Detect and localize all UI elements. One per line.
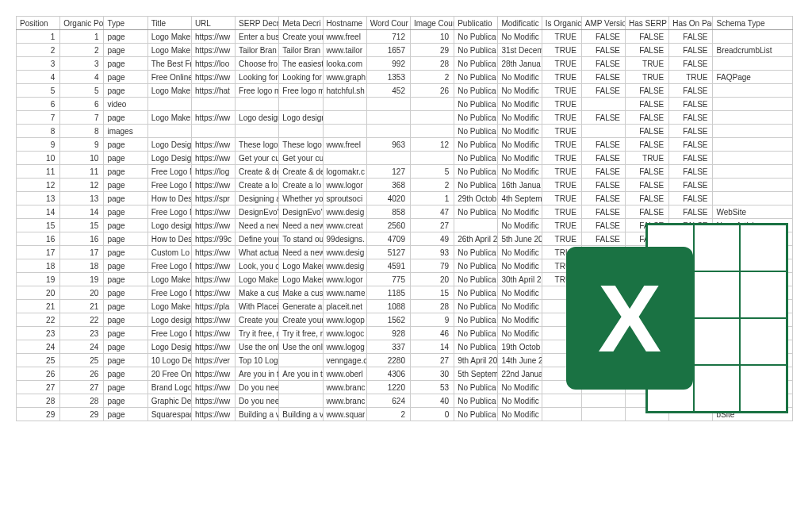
cell-position[interactable]: 8 [17, 125, 60, 138]
header-schema[interactable]: Schema Type [713, 17, 793, 30]
cell-title[interactable]: Logo Maker [147, 44, 191, 57]
cell-schema[interactable] [713, 152, 793, 165]
cell-organic[interactable]: 20 [60, 286, 104, 300]
table-row[interactable]: 66videoNo PublicaNo ModificTRUEFALSEFALS… [17, 98, 793, 111]
cell-imagecount[interactable]: 10 [410, 30, 454, 44]
cell-meta[interactable]: Are you in t [279, 367, 323, 381]
cell-serp[interactable]: Create your [236, 313, 279, 327]
cell-title[interactable]: Free Logo M [147, 179, 191, 192]
cell-hasonpage[interactable]: FALSE [669, 179, 713, 192]
cell-hostname[interactable]: www.creat [323, 219, 366, 232]
cell-serp[interactable]: Enter a bus [236, 30, 279, 44]
cell-amp[interactable]: FALSE [581, 205, 625, 219]
cell-serp[interactable]: What actua [236, 246, 279, 259]
cell-amp[interactable]: FALSE [581, 152, 625, 165]
cell-serp[interactable]: Looking for [236, 71, 279, 84]
cell-publication[interactable]: No Publica [454, 57, 498, 71]
cell-meta[interactable]: Generate a [279, 300, 323, 313]
cell-meta[interactable]: Tailor Bran [279, 44, 323, 57]
cell-url[interactable] [191, 98, 235, 111]
cell-title[interactable]: Logo Desig [147, 152, 191, 165]
cell-wordcount[interactable]: 624 [366, 394, 410, 408]
cell-title[interactable]: The Best Fr [147, 57, 191, 71]
cell-position[interactable]: 21 [17, 300, 60, 313]
cell-isorganic[interactable]: TRUE [542, 125, 581, 138]
cell-organic[interactable]: 9 [60, 138, 104, 152]
header-publication[interactable]: Publicatio [454, 17, 498, 30]
cell-meta[interactable]: Need a new [279, 219, 323, 232]
cell-url[interactable]: https://loo [191, 57, 235, 71]
cell-position[interactable]: 23 [17, 327, 60, 340]
cell-type[interactable]: video [104, 98, 147, 111]
cell-publication[interactable]: No Publica [454, 165, 498, 179]
cell-type[interactable]: page [104, 367, 147, 381]
table-row[interactable]: 22pageLogo Makerhttps://wwTailor BranTai… [17, 44, 793, 57]
cell-modification[interactable]: No Modific [498, 246, 542, 259]
cell-publication[interactable]: No Publica [454, 152, 498, 165]
cell-imagecount[interactable]: 29 [410, 44, 454, 57]
cell-amp[interactable]: FALSE [581, 84, 625, 98]
cell-meta[interactable]: Try it free, r [279, 327, 323, 340]
cell-organic[interactable]: 4 [60, 71, 104, 84]
cell-organic[interactable]: 13 [60, 192, 104, 205]
cell-wordcount[interactable]: 712 [366, 30, 410, 44]
cell-url[interactable]: https://ww [191, 44, 235, 57]
cell-type[interactable]: page [104, 165, 147, 179]
header-hostname[interactable]: Hostname [323, 17, 366, 30]
cell-wordcount[interactable]: 337 [366, 340, 410, 354]
cell-serp[interactable]: With Placei [236, 300, 279, 313]
cell-meta[interactable] [279, 354, 323, 367]
cell-type[interactable]: page [104, 57, 147, 71]
table-row[interactable]: 99pageLogo Desighttps://wwThese logoThes… [17, 138, 793, 152]
cell-url[interactable]: https://ww [191, 152, 235, 165]
cell-imagecount[interactable]: 27 [410, 354, 454, 367]
cell-amp[interactable]: FALSE [581, 192, 625, 205]
cell-hostname[interactable]: hatchful.sh [323, 84, 366, 98]
cell-hasonpage[interactable]: FALSE [669, 98, 713, 111]
cell-title[interactable]: Free Logo D [147, 327, 191, 340]
cell-schema[interactable] [713, 165, 793, 179]
cell-serp[interactable]: Tailor Bran [236, 44, 279, 57]
cell-type[interactable]: page [104, 300, 147, 313]
cell-publication[interactable]: No Publica [454, 327, 498, 340]
cell-organic[interactable]: 25 [60, 354, 104, 367]
cell-hasserp[interactable]: FALSE [626, 84, 669, 98]
cell-modification[interactable]: No Modific [498, 111, 542, 125]
cell-url[interactable]: https://log [191, 165, 235, 179]
cell-position[interactable]: 22 [17, 313, 60, 327]
cell-imagecount[interactable]: 27 [410, 219, 454, 232]
cell-organic[interactable]: 23 [60, 327, 104, 340]
cell-meta[interactable]: Free logo m [279, 84, 323, 98]
cell-organic[interactable]: 17 [60, 246, 104, 259]
cell-imagecount[interactable] [410, 152, 454, 165]
cell-modification[interactable]: No Modific [498, 138, 542, 152]
cell-url[interactable]: https://ww [191, 367, 235, 381]
cell-publication[interactable]: No Publica [454, 273, 498, 286]
cell-modification[interactable]: No Modific [498, 381, 542, 394]
cell-title[interactable]: Logo Maker [147, 30, 191, 44]
cell-publication[interactable]: No Publica [454, 44, 498, 57]
cell-url[interactable]: https://ww [191, 30, 235, 44]
cell-hostname[interactable]: www.desig [323, 205, 366, 219]
cell-hasonpage[interactable]: FALSE [669, 205, 713, 219]
cell-modification[interactable]: No Modific [498, 219, 542, 232]
cell-hasonpage[interactable]: FALSE [669, 44, 713, 57]
cell-hostname[interactable]: www.freel [323, 138, 366, 152]
cell-url[interactable]: https://ww [191, 286, 235, 300]
cell-serp[interactable]: Are you in t [236, 367, 279, 381]
cell-meta[interactable]: Use the onl [279, 340, 323, 354]
cell-url[interactable]: https://hat [191, 84, 235, 98]
header-position[interactable]: Position [17, 17, 60, 30]
cell-isorganic[interactable]: TRUE [542, 98, 581, 111]
cell-imagecount[interactable]: 49 [410, 232, 454, 246]
cell-modification[interactable]: No Modific [498, 84, 542, 98]
cell-organic[interactable]: 7 [60, 111, 104, 125]
cell-organic[interactable]: 6 [60, 98, 104, 111]
cell-hostname[interactable] [323, 152, 366, 165]
cell-modification[interactable]: 31st Decem [498, 44, 542, 57]
cell-serp[interactable]: Do you need a new logo [236, 381, 279, 394]
header-serp[interactable]: SERP Decri [236, 17, 279, 30]
cell-hostname[interactable]: www.logor [323, 273, 366, 286]
cell-wordcount[interactable]: 452 [366, 84, 410, 98]
cell-serp[interactable]: DesignEvo' [236, 205, 279, 219]
